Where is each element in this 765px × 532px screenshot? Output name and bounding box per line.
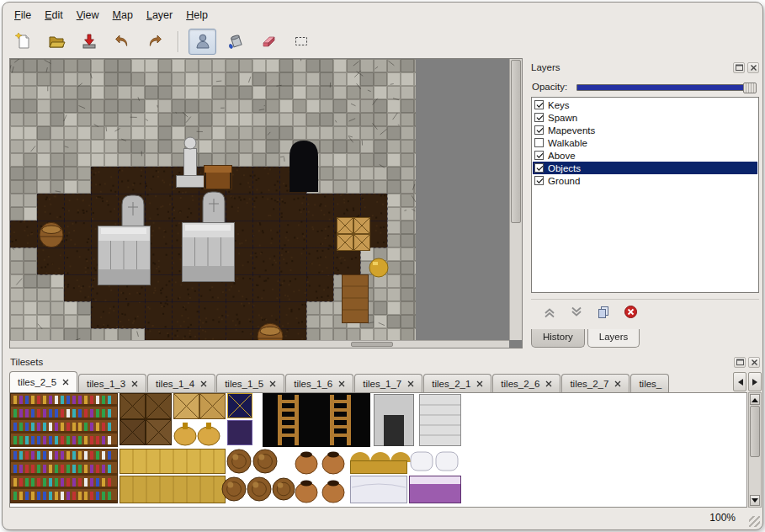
app-window: File Edit View Map Layer Help (2, 2, 763, 530)
select-tool-button[interactable] (287, 29, 315, 55)
layer-row[interactable]: Keys (533, 98, 757, 111)
tileset-tab[interactable]: tiles_2_5 (9, 371, 77, 392)
opacity-slider-thumb[interactable] (743, 82, 757, 93)
close-tab-icon[interactable] (476, 380, 483, 387)
tileset-tab[interactable]: tiles_ (630, 374, 669, 392)
layer-row[interactable]: Objects (533, 162, 757, 174)
layer-row[interactable]: Spawn (533, 111, 757, 124)
layer-visibility-checkbox[interactable] (534, 100, 544, 109)
close-tab-icon[interactable] (200, 380, 207, 387)
layer-visibility-checkbox[interactable] (534, 125, 544, 135)
menu-layer[interactable]: Layer (140, 7, 179, 24)
tileset-tab-label: tiles_1_4 (156, 379, 194, 389)
tileset-tab-label: tiles_2_7 (570, 379, 608, 389)
tab-scroll-buttons (731, 372, 762, 392)
save-icon (80, 32, 98, 51)
chevrons-up-icon (543, 306, 556, 319)
dock-bottom-tabs: History Layers (531, 329, 642, 348)
tileset-vertical-scrollbar[interactable] (748, 392, 762, 508)
tileset-tab[interactable]: tiles_2_6 (492, 374, 560, 392)
tab-scroll-right-icon (752, 379, 761, 386)
menu-map[interactable]: Map (106, 7, 140, 24)
tileset-view (9, 392, 747, 508)
tileset-tab[interactable]: tiles_2_7 (561, 374, 630, 392)
layer-row[interactable]: Ground (533, 174, 757, 187)
place-object-tool-button[interactable] (189, 29, 216, 55)
menu-view[interactable]: View (70, 7, 106, 24)
close-tab-icon[interactable] (614, 380, 621, 387)
tileset-tab-label: tiles_ (639, 379, 661, 389)
layer-row[interactable]: Walkable (533, 136, 757, 149)
close-tab-icon[interactable] (131, 380, 138, 387)
menu-edit[interactable]: Edit (38, 7, 70, 24)
tileset-tab[interactable]: tiles_1_5 (216, 374, 284, 392)
lower-layer-button[interactable] (568, 304, 585, 321)
scroll-down-button[interactable] (750, 495, 760, 506)
tileset-tab-label: tiles_2_6 (501, 379, 539, 389)
open-folder-icon (47, 32, 66, 51)
opacity-slider[interactable] (576, 84, 757, 91)
tileset-tab[interactable]: tiles_1_3 (78, 374, 146, 392)
fill-tool-button[interactable] (221, 29, 249, 55)
tileset-tab[interactable]: tiles_2_1 (423, 374, 491, 392)
undo-button[interactable] (108, 29, 135, 55)
scroll-up-button[interactable] (750, 394, 760, 405)
redo-button[interactable] (141, 29, 168, 55)
close-tab-icon[interactable] (338, 380, 345, 387)
map-vscroll-thumb[interactable] (511, 60, 521, 223)
open-button[interactable] (42, 29, 70, 55)
layer-visibility-checkbox[interactable] (534, 163, 544, 173)
opacity-row: Opacity: (531, 81, 759, 93)
tileset-vscroll-thumb[interactable] (750, 406, 760, 457)
save-button[interactable] (75, 29, 103, 55)
layer-name: Walkable (548, 138, 587, 148)
close-panel-button[interactable] (747, 62, 759, 73)
float-icon (736, 358, 745, 366)
layer-row[interactable]: Mapevents (533, 124, 757, 136)
map-horizontal-scrollbar[interactable] (10, 340, 509, 348)
map-vertical-scrollbar[interactable] (509, 59, 522, 340)
delete-layer-button[interactable] (622, 304, 639, 321)
tab-layers[interactable]: Layers (587, 329, 640, 348)
toolbar (9, 26, 757, 56)
close-tab-icon[interactable] (407, 380, 414, 387)
delete-icon (624, 305, 638, 319)
layer-visibility-checkbox[interactable] (534, 176, 544, 185)
map-hscroll-thumb[interactable] (351, 342, 393, 347)
close-panel-button[interactable] (748, 357, 760, 368)
tab-scroll-left-button[interactable] (733, 372, 746, 391)
raise-layer-button[interactable] (541, 304, 558, 321)
menu-help[interactable]: Help (179, 7, 215, 24)
layer-visibility-checkbox[interactable] (534, 113, 544, 122)
person-stamp-icon (194, 32, 212, 51)
chevrons-down-icon (570, 306, 583, 319)
new-button[interactable] (9, 29, 37, 55)
close-icon (751, 359, 758, 366)
tab-scroll-right-button[interactable] (748, 372, 762, 391)
layer-visibility-checkbox[interactable] (534, 138, 544, 147)
close-tab-icon[interactable] (62, 379, 69, 386)
float-icon (735, 63, 744, 72)
arrow-down-icon (752, 498, 758, 506)
tab-history[interactable]: History (531, 329, 585, 348)
layer-row[interactable]: Above (533, 149, 757, 162)
tileset-tab[interactable]: tiles_1_4 (147, 374, 215, 392)
menu-file[interactable]: File (8, 7, 38, 24)
tileset-canvas[interactable] (10, 393, 747, 505)
selection-rect-icon (292, 32, 311, 51)
float-panel-button[interactable] (733, 62, 745, 73)
close-icon (750, 64, 757, 72)
tileset-tab[interactable]: tiles_1_7 (354, 374, 422, 392)
resize-grip[interactable] (749, 516, 760, 527)
layer-visibility-checkbox[interactable] (534, 151, 544, 160)
map-canvas[interactable] (10, 59, 416, 343)
zoom-level: 100% (699, 510, 744, 525)
float-panel-button[interactable] (734, 357, 746, 368)
duplicate-layer-button[interactable] (595, 304, 612, 321)
close-tab-icon[interactable] (545, 380, 552, 387)
tileset-tab[interactable]: tiles_1_6 (285, 374, 353, 392)
layer-name: Keys (548, 100, 570, 110)
close-tab-icon[interactable] (269, 380, 276, 387)
eraser-tool-button[interactable] (254, 29, 282, 55)
map-view (9, 58, 523, 348)
